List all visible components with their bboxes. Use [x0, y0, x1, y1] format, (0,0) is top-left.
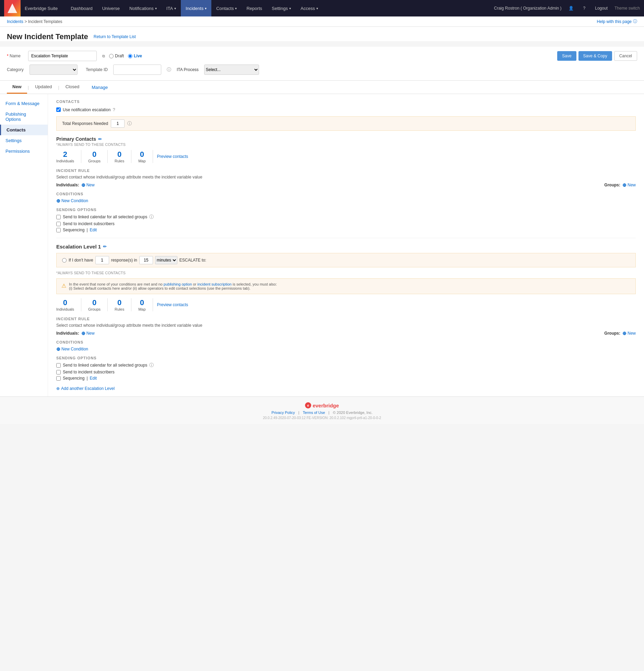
primary-contacts-edit-icon[interactable]: ✏	[98, 137, 102, 142]
esc-individuals-stat: 0 Individuals	[56, 298, 81, 311]
live-radio[interactable]: Live	[128, 54, 142, 58]
footer-brand: everbridge	[313, 403, 339, 408]
add-individual-button[interactable]: ⊕ New	[81, 182, 95, 188]
esc-incident-rule-desc: Select contact whose individual/group at…	[56, 323, 636, 328]
name-input[interactable]	[28, 51, 97, 61]
esc-sequencing-checkbox[interactable]	[56, 376, 61, 381]
add-group-button[interactable]: ⊕ New	[622, 182, 636, 188]
contacts-heading: CONTACTS	[56, 100, 636, 104]
nav-access[interactable]: Access ▾	[296, 0, 323, 16]
status-radio-group: Draft Live	[109, 54, 142, 58]
return-to-template-list-link[interactable]: Return to Template List	[94, 34, 136, 39]
esc-individuals-rule: Individuals: ⊕ New	[56, 331, 95, 336]
esc-groups-rule: Groups: ⊕ New	[604, 331, 636, 336]
ita-chevron-icon: ▾	[174, 7, 176, 10]
save-button[interactable]: Save	[557, 51, 576, 61]
esc-subscribers-checkbox[interactable]	[56, 370, 61, 374]
sequencing-edit-link[interactable]: Edit	[90, 228, 97, 232]
incident-subscription-link[interactable]: incident subscription	[197, 282, 232, 286]
template-id-input[interactable]	[113, 65, 161, 75]
access-chevron-icon: ▾	[316, 7, 318, 10]
use-notification-checkbox[interactable]	[56, 107, 61, 112]
rules-stat: 0 Rules	[108, 150, 131, 163]
escalation-time-input[interactable]	[139, 256, 153, 264]
sending-option-calendar: Send to linked calendar for all selected…	[56, 214, 636, 220]
help-icon[interactable]: ?	[581, 4, 588, 12]
sidebar-item-permissions[interactable]: Permissions	[0, 146, 48, 157]
sequencing-checkbox[interactable]	[56, 228, 61, 232]
sidebar-item-form-message[interactable]: Form & Message	[0, 98, 48, 109]
cancel-button[interactable]: Cancel	[614, 51, 637, 61]
nav-reports[interactable]: Reports	[242, 0, 267, 16]
esc-new-condition-button[interactable]: ⊕ New Condition	[56, 346, 88, 352]
preview-contacts-link[interactable]: Preview contacts	[157, 154, 188, 159]
calendar-checkbox[interactable]	[56, 215, 61, 219]
help-link[interactable]: Help with this page ⓘ	[597, 19, 637, 24]
sidebar-item-settings[interactable]: Settings	[0, 135, 48, 146]
esc-sending-options-heading: SENDING OPTIONS	[56, 356, 636, 360]
escalation-unit-select[interactable]: minutes hours	[155, 256, 177, 264]
esc-incident-rule-row: Individuals: ⊕ New Groups: ⊕ New	[56, 331, 636, 336]
tab-closed[interactable]: Closed	[60, 81, 85, 94]
esc-preview-contacts-link[interactable]: Preview contacts	[157, 302, 188, 307]
privacy-link[interactable]: Privacy Policy	[271, 410, 295, 415]
content-area: CONTACTS Use notification escalation ? T…	[48, 94, 644, 396]
sending-options-heading: SENDING OPTIONS	[56, 208, 636, 212]
category-select[interactable]	[30, 65, 78, 75]
user-profile-icon[interactable]: 👤	[566, 4, 576, 12]
nav-ita[interactable]: ITA ▾	[162, 0, 181, 16]
escalation-always-send-label: *ALWAYS SEND TO THESE CONTACTS	[56, 271, 636, 275]
escalation-trigger-radio[interactable]	[62, 258, 67, 263]
nav-incidents[interactable]: Incidents ▾	[181, 0, 211, 16]
total-responses-input[interactable]	[111, 119, 125, 128]
svg-text:e: e	[307, 404, 309, 407]
theme-switch[interactable]: Theme switch	[614, 6, 640, 11]
esc-add-individual-button[interactable]: ⊕ New	[81, 331, 95, 336]
calendar-info-icon: ⓘ	[149, 214, 154, 220]
add-escalation-level-button[interactable]: ⊕ Add another Escalation Level	[56, 386, 115, 391]
tab-manage[interactable]: Manage	[87, 81, 112, 93]
draft-radio[interactable]: Draft	[109, 54, 124, 58]
esc-add-group-button[interactable]: ⊕ New	[622, 331, 636, 336]
sidebar-item-contacts[interactable]: Contacts	[0, 125, 48, 135]
escalation-responses-input[interactable]	[95, 256, 109, 264]
sidebar-item-publishing-options[interactable]: Publishing Options	[0, 109, 48, 125]
name-label: * Name	[7, 54, 24, 58]
footer: e everbridge Privacy Policy | Terms of U…	[0, 396, 644, 424]
new-condition-button[interactable]: ⊕ New Condition	[56, 198, 88, 204]
footer-version: 20.0.2.49-2020-07-20-03:12 FE-VERSION: 2…	[0, 416, 644, 420]
terms-link[interactable]: Terms of Use	[303, 410, 325, 415]
logo[interactable]	[4, 0, 21, 16]
esc-calendar-checkbox[interactable]	[56, 363, 61, 368]
tab-new[interactable]: New	[7, 81, 27, 94]
ita-process-select[interactable]: Select...	[204, 65, 259, 75]
user-name: Craig Rostron ( Organization Admin )	[494, 6, 562, 11]
tab-updated[interactable]: Updated	[30, 81, 57, 94]
nav-contacts[interactable]: Contacts ▾	[211, 0, 242, 16]
copy-icon[interactable]: ⧉	[102, 54, 105, 58]
nav-settings[interactable]: Settings ▾	[267, 0, 296, 16]
groups-count: 0	[88, 150, 101, 159]
nav-universe[interactable]: Universe	[97, 0, 125, 16]
save-copy-button[interactable]: Save & Copy	[578, 51, 612, 61]
nav-notifications[interactable]: Notifications ▾	[125, 0, 162, 16]
incident-rule-row: Individuals: ⊕ New Groups: ⊕ New	[56, 182, 636, 188]
esc-sequencing-edit-link[interactable]: Edit	[90, 376, 97, 381]
breadcrumb-parent[interactable]: Incidents	[7, 19, 23, 24]
subscribers-checkbox[interactable]	[56, 222, 61, 226]
add-escalation-plus-icon: ⊕	[56, 386, 60, 391]
escalation-edit-icon[interactable]: ✏	[103, 244, 107, 249]
ita-process-label: ITA Process	[177, 67, 199, 72]
logout-button[interactable]: Logout	[592, 4, 610, 12]
groups-rule: Groups: ⊕ New	[604, 182, 636, 188]
breadcrumb: Incidents > Incident Templates	[7, 19, 62, 24]
category-label: Category	[7, 67, 24, 72]
publishing-option-link[interactable]: publishing option	[164, 282, 192, 286]
use-notification-label: Use notification escalation	[63, 107, 110, 112]
esc-rules-stat: 0 Rules	[108, 298, 131, 311]
nav-dashboard[interactable]: Dashboard	[66, 0, 97, 16]
divider-1	[56, 238, 636, 238]
escalation-level-heading: Escalation Level 1 ✏	[56, 244, 636, 250]
esc-individuals-label: Individuals	[56, 307, 74, 311]
breadcrumb-bar: Incidents > Incident Templates Help with…	[0, 16, 644, 27]
